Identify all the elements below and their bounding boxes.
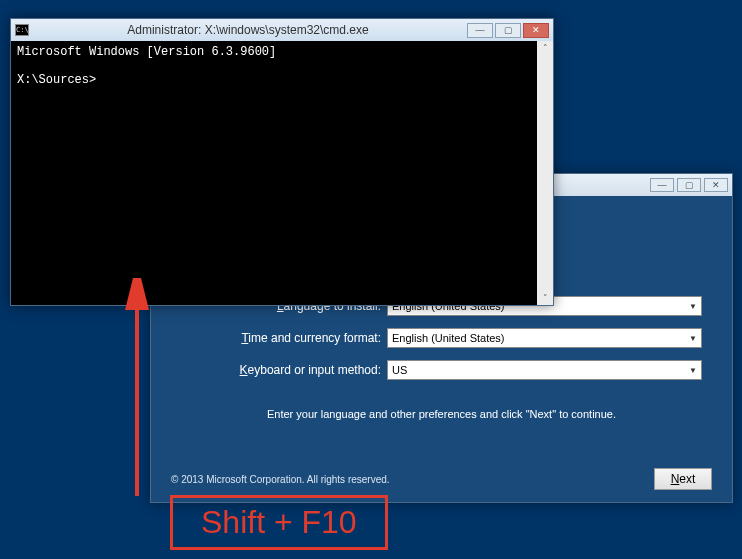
keyboard-select[interactable]: US bbox=[387, 360, 702, 380]
scroll-up-icon[interactable]: ˄ bbox=[543, 43, 548, 53]
cmd-scrollbar[interactable]: ˄ ˅ bbox=[537, 41, 553, 305]
cmd-body-wrap: Microsoft Windows [Version 6.3.9600] X:\… bbox=[11, 41, 553, 305]
cmd-console-output[interactable]: Microsoft Windows [Version 6.3.9600] X:\… bbox=[11, 41, 537, 305]
keyboard-row: Keyboard or input method: US bbox=[181, 360, 702, 380]
cmd-titlebar[interactable]: C:\ Administrator: X:\windows\system32\c… bbox=[11, 19, 553, 41]
cmd-icon: C:\ bbox=[15, 24, 29, 36]
annotation-box: Shift + F10 bbox=[170, 495, 388, 550]
time-label: Time and currency format: bbox=[181, 331, 381, 345]
setup-close-button[interactable]: ✕ bbox=[704, 178, 728, 192]
cmd-minimize-button[interactable]: — bbox=[467, 23, 493, 38]
time-row: Time and currency format: English (Unite… bbox=[181, 328, 702, 348]
scroll-down-icon[interactable]: ˅ bbox=[543, 293, 548, 303]
setup-hint: Enter your language and other preference… bbox=[181, 408, 702, 420]
keyboard-label: Keyboard or input method: bbox=[181, 363, 381, 377]
copyright-text: © 2013 Microsoft Corporation. All rights… bbox=[171, 474, 390, 485]
setup-footer: © 2013 Microsoft Corporation. All rights… bbox=[171, 468, 712, 490]
cmd-title: Administrator: X:\windows\system32\cmd.e… bbox=[35, 23, 461, 37]
next-button[interactable]: Next bbox=[654, 468, 712, 490]
setup-maximize-button[interactable]: ▢ bbox=[677, 178, 701, 192]
annotation-arrow-icon bbox=[122, 278, 152, 508]
cmd-window: C:\ Administrator: X:\windows\system32\c… bbox=[10, 18, 554, 306]
annotation-text: Shift + F10 bbox=[201, 504, 357, 541]
cmd-maximize-button[interactable]: ▢ bbox=[495, 23, 521, 38]
setup-minimize-button[interactable]: — bbox=[650, 178, 674, 192]
cmd-close-button[interactable]: ✕ bbox=[523, 23, 549, 38]
time-select[interactable]: English (United States) bbox=[387, 328, 702, 348]
